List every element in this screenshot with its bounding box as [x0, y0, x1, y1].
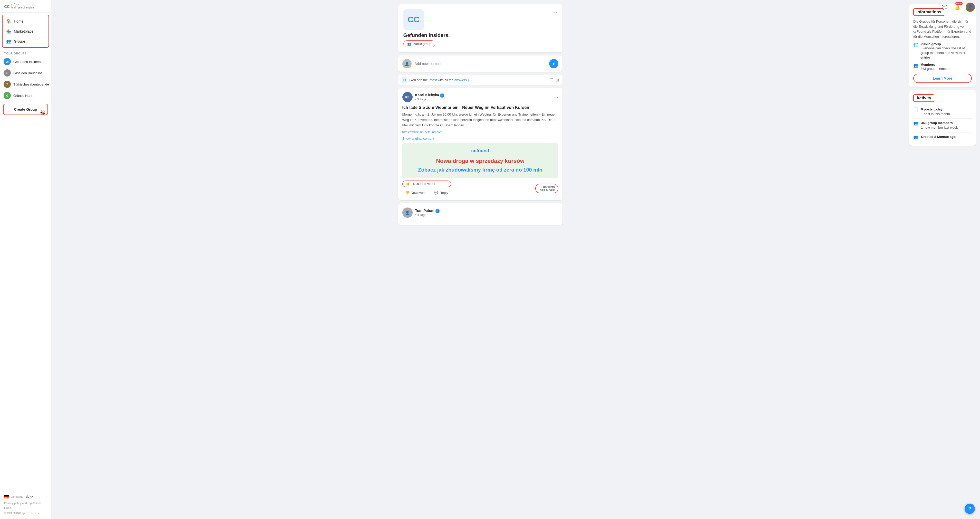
preview-title: Nowa droga w sprzedaży kursów: [407, 158, 553, 164]
post-2-avatar: 👤: [402, 208, 413, 218]
post-1-bullet: •: [415, 97, 416, 101]
reply-icon: 💬: [434, 191, 438, 195]
members-info-row: 👥 Members 343 group members: [913, 63, 972, 71]
group-name-grunes: Grünes Hanf: [13, 94, 32, 97]
group-avatar-lass: L: [3, 69, 11, 77]
marketplace-icon: 🏪: [6, 29, 11, 34]
globe-icon: 🌐: [913, 42, 918, 47]
sidebar-group-turkisches[interactable]: T Türkischesabenteuer.de: [0, 78, 51, 90]
post-card-1: KK Karol Kieltyka ✓ • 3 Tage ⋯ Ich lade: [398, 88, 563, 200]
user-avatar[interactable]: 👤: [966, 3, 975, 12]
answers-count: 10 answers: [539, 185, 555, 189]
group-avatar-turkisches: T: [3, 81, 11, 88]
post-1-footer: 👍 16 users upvote it! 👎 Downvote 💬 Reply: [402, 180, 558, 196]
your-groups-label: YOUR GROUPS: [0, 50, 51, 56]
answers-badge: 10 answers SEE MORE: [535, 184, 558, 193]
post-1-author: Karol Kieltyka ✓: [415, 93, 444, 97]
logo-cc: cc: [4, 3, 10, 9]
group-menu-dots[interactable]: ⋯: [552, 9, 557, 15]
latest-answers-bar: cc [You see the latest with all the answ…: [398, 75, 563, 85]
footer-links: Privacy policy and regulations EULA © CC…: [4, 501, 47, 516]
post-1-verified-icon: ✓: [440, 93, 444, 97]
nav-item-home[interactable]: 🏠 Home: [3, 16, 48, 26]
post-1-preview: ccfound Nowa droga w sprzedaży kursów Zo…: [402, 143, 558, 178]
reply-button[interactable]: 💬 Reply: [431, 189, 451, 196]
members-icon: 👥: [913, 63, 918, 68]
thumbs-up-icon: 👍: [406, 182, 410, 186]
informations-description: Die Gruppe für Personen, die sich für di…: [913, 19, 972, 39]
posts-activity-icon: 📄: [913, 107, 918, 112]
right-sidebar: Informations Die Gruppe für Personen, di…: [909, 4, 976, 515]
members-activity-icon: 👥: [913, 121, 918, 126]
home-icon: 🏠: [6, 19, 11, 24]
list-view-icon[interactable]: ☰: [550, 78, 554, 82]
post-1-link[interactable]: https://webinar1.ccfound.com...: [402, 131, 558, 134]
post-1-menu[interactable]: ⋯: [553, 94, 558, 100]
nav-item-groups[interactable]: 👥 Groups: [3, 36, 48, 46]
sidebar-group-lass[interactable]: L Lass den Bauch los.: [0, 67, 51, 78]
notifications-icon[interactable]: 🔔 999+: [953, 3, 962, 12]
preview-subtitle: Zobacz jak zbudowaliśmy firmę od zera do…: [407, 167, 553, 173]
sidebar-group-grunes[interactable]: G Grünes Hanf: [0, 90, 51, 101]
activity-title: Activity: [913, 94, 934, 102]
activity-posts-today: 0 posts today: [921, 107, 943, 111]
created-activity-icon: 👥: [913, 134, 918, 139]
main-content: CC ⋯ Gefunden Insiders. 👥 Public group 👤…: [51, 0, 980, 519]
activity-members-count: 343 group members: [921, 121, 953, 125]
groups-icon: 👥: [6, 39, 11, 44]
sidebar: cc ccfound brain search engine 🏠 Home 🏪 …: [0, 0, 51, 519]
post-2-author: Tom Patom ✓: [415, 209, 439, 213]
eula-link[interactable]: EULA: [4, 506, 11, 509]
send-button[interactable]: ➤: [549, 59, 558, 68]
logo: cc ccfound brain search engine: [0, 0, 51, 13]
grid-view-icon[interactable]: ⊞: [555, 78, 559, 82]
downvote-button[interactable]: 👎 Downvote: [402, 189, 429, 196]
create-group-button[interactable]: Create Group 🐝: [3, 104, 48, 115]
group-avatar-gefunden: cc: [3, 58, 11, 65]
new-content-box: 👤 ➤: [398, 56, 563, 72]
group-name-lass: Lass den Bauch los.: [13, 71, 43, 75]
preview-logo: ccfound: [407, 148, 553, 153]
bee-icon: 🐝: [40, 110, 45, 115]
show-original-btn[interactable]: Show original content: [402, 137, 558, 141]
privacy-link[interactable]: Privacy policy and regulations: [4, 501, 41, 505]
language-flag: 🇩🇪: [4, 494, 9, 499]
public-group-info-title: Public group: [921, 42, 972, 46]
upvote-badge[interactable]: 👍 16 users upvote it!: [402, 180, 451, 187]
post-2-menu[interactable]: ⋯: [553, 209, 558, 216]
latest-text: [You see the latest with all the answers…: [410, 78, 469, 82]
latest-link[interactable]: latest: [429, 78, 437, 82]
public-group-label: Public group: [413, 42, 431, 46]
post-2-verified-icon: ✓: [436, 209, 439, 213]
activity-posts-month: 1 post in this month: [921, 112, 950, 117]
members-info-title: Members: [921, 63, 950, 67]
post-2-bullet: •: [415, 213, 416, 217]
learn-more-button[interactable]: Learn More: [913, 74, 972, 83]
new-content-input[interactable]: [415, 62, 546, 66]
language-select[interactable]: de en: [25, 495, 33, 499]
public-group-icon: 👥: [407, 42, 411, 46]
copyright: © CCFOUND sp. z o.o. sp.k.: [4, 511, 47, 516]
post-1-title: Ich lade Sie zum Webinar ein - Neuer Weg…: [402, 105, 558, 110]
group-header-card: CC ⋯ Gefunden Insiders. 👥 Public group: [398, 4, 563, 53]
members-info-count: 343 group members: [921, 67, 950, 71]
nav-item-marketplace[interactable]: 🏪 Marketplace: [3, 26, 48, 36]
public-group-info-row: 🌐 Public group Everyone can check the li…: [913, 42, 972, 60]
current-user-avatar: 👤: [402, 59, 412, 68]
notification-count: 999+: [955, 2, 963, 5]
topbar: 💬 🔔 999+ 👤: [935, 0, 980, 14]
sidebar-footer: 🇩🇪 Language de en Privacy policy and reg…: [0, 491, 51, 519]
activity-card: Activity 📄 0 posts today 1 post in this …: [909, 90, 976, 145]
group-avatar-grunes: G: [3, 92, 11, 99]
post-1-body: Morgen, d.h. am 2. Juli um 20:00 Uhr, we…: [402, 112, 558, 128]
upvote-count: 16 users upvote it!: [411, 182, 436, 186]
messages-icon[interactable]: 💬: [940, 3, 949, 12]
help-button[interactable]: ?: [965, 504, 975, 514]
language-label: Language: [11, 495, 23, 498]
post-1-avatar: KK: [402, 92, 413, 102]
group-name-gefunden: Gefunden Insiders.: [13, 60, 41, 64]
public-group-badge[interactable]: 👥 Public group: [403, 40, 435, 47]
answers-link[interactable]: answers: [455, 78, 467, 82]
sidebar-group-gefunden[interactable]: cc Gefunden Insiders.: [0, 56, 51, 67]
see-more-button[interactable]: SEE MORE: [539, 189, 555, 192]
